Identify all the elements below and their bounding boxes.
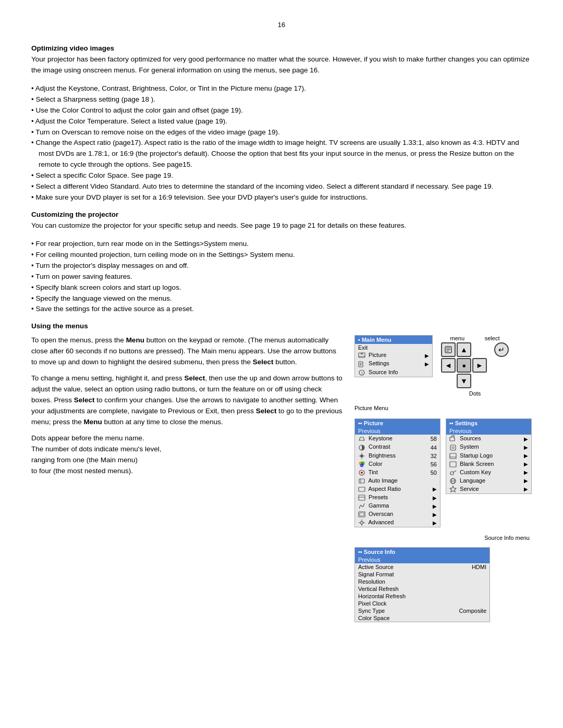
bullet-item: • Adjust the Keystone, Contrast, Brightn… xyxy=(31,83,532,94)
section-customizing-body: You can customize the projector for your… xyxy=(31,220,532,231)
source-info-item-previous: Previous xyxy=(355,556,489,563)
svg-rect-40 xyxy=(450,445,456,450)
source-info-item-active-source: Active Source HDMI xyxy=(355,563,489,571)
svg-rect-44 xyxy=(450,462,456,467)
picture-settings-menus: •• Picture Previous Keystone 58 xyxy=(354,418,532,527)
settings-menu-item-startup-logo: Startup Logo ▶ xyxy=(446,452,531,460)
settings-menu-item-service: Service ▶ xyxy=(446,485,531,493)
bullet-item: • Make sure your DVD player is set for a… xyxy=(31,192,532,203)
bullet-item: • Select a Sharpness setting (page 18 ). xyxy=(31,94,532,105)
svg-rect-24 xyxy=(359,479,364,483)
svg-text:i: i xyxy=(362,371,363,375)
using-menus-para2: To change a menu setting, highlight it, … xyxy=(31,373,344,428)
menu-diagrams: • Main Menu Exit Picture ▶ xyxy=(354,335,532,622)
source-info-item-pixel-clock: Pixel Clock xyxy=(355,600,489,607)
picture-menu-item-aspect-ratio: Aspect Ratio ▶ xyxy=(355,485,440,493)
bullet-item: • Specify the language viewed on the men… xyxy=(31,293,532,304)
main-menu-item-picture: Picture ▶ xyxy=(355,351,432,360)
section-optimizing-body: Your projector has been factory optimize… xyxy=(31,54,532,76)
page-number: 16 xyxy=(31,21,532,29)
nav-left-button[interactable]: ◄ xyxy=(441,358,456,373)
menu-label: menu xyxy=(450,335,465,341)
main-menu-item-settings: Settings ▶ xyxy=(355,360,432,368)
select-label: select xyxy=(485,335,500,341)
using-menus-text: To open the menus, press the Menu button… xyxy=(31,335,344,622)
settings-menu-item-custom-key: Custom Key ▶ xyxy=(446,468,531,477)
bullet-item: • Adjust the Color Temperature. Select a… xyxy=(31,116,532,127)
picture-menu-item-tint: Tint 50 xyxy=(355,468,440,477)
bullet-item: • Turn on power saving features. xyxy=(31,272,532,282)
source-info-menu-label: Source Info menu xyxy=(354,535,532,541)
using-menus-para3: Dots appear before the menu name. The nu… xyxy=(31,433,344,477)
picture-menu-item-brightness: Brightness 32 xyxy=(355,452,440,460)
section-using-menus-title: Using the menus xyxy=(31,322,532,330)
source-info-menu-header: •• Source Info xyxy=(355,548,489,556)
select-button[interactable]: ↵ xyxy=(494,342,509,357)
dots-label: Dots xyxy=(469,390,481,397)
svg-point-14 xyxy=(360,454,363,458)
bullet-item: • For ceiling mounted projection, turn c… xyxy=(31,250,532,261)
main-menu-header: • Main Menu xyxy=(355,336,432,344)
svg-rect-26 xyxy=(359,487,365,491)
svg-point-23 xyxy=(361,472,363,474)
picture-menu-item-color: Color 56 xyxy=(355,460,440,468)
main-menu-item-exit: Exit xyxy=(355,344,432,351)
svg-point-41 xyxy=(452,447,454,449)
settings-menu: •• Settings Previous Sources ▶ xyxy=(446,418,532,494)
nav-down-button[interactable]: ▼ xyxy=(457,374,471,388)
svg-point-21 xyxy=(360,463,364,467)
settings-menu-item-blank-screen: Blank Screen ▶ xyxy=(446,460,531,468)
picture-menu-item-contrast: Contrast 44 xyxy=(355,443,440,451)
picture-menu-item-keystone: Keystone 58 xyxy=(355,435,440,443)
svg-line-46 xyxy=(454,471,457,473)
picture-menu-item-presets: Presets ▶ xyxy=(355,493,440,502)
svg-point-45 xyxy=(450,472,454,475)
picture-menu-item-previous: Previous xyxy=(355,427,440,435)
svg-rect-36 xyxy=(450,437,455,441)
source-info-menu: •• Source Info Previous Active Source HD… xyxy=(354,547,490,622)
main-menu: • Main Menu Exit Picture ▶ xyxy=(354,335,433,377)
section-optimizing-title: Optimizing video images xyxy=(31,44,532,52)
nav-center-button[interactable]: ■ xyxy=(457,358,471,373)
main-menu-screenshot: • Main Menu Exit Picture ▶ xyxy=(354,335,433,377)
bullet-item: • Specify blank screen colors and start … xyxy=(31,282,532,293)
source-info-item-sync-type: Sync Type Composite xyxy=(355,607,489,614)
section-customizing: Customizing the projector You can custom… xyxy=(31,211,532,315)
section-optimizing: Optimizing video images Your projector h… xyxy=(31,44,532,203)
bullet-item: • Use the Color Control to adjust the co… xyxy=(31,105,532,116)
optimizing-bullets: • Adjust the Keystone, Contrast, Brightn… xyxy=(31,83,532,203)
source-info-item-vertical-refresh: Vertical Refresh xyxy=(355,585,489,593)
nav-buttons-diagram: menu select ▲ xyxy=(441,335,509,397)
bullet-item: • Select a different Video Standard. Aut… xyxy=(31,181,532,192)
settings-menu-item-system: System ▶ xyxy=(446,443,531,451)
bullet-item: • Save the settings for the active sourc… xyxy=(31,304,532,315)
nav-right-button[interactable]: ► xyxy=(472,358,487,373)
picture-menu: •• Picture Previous Keystone 58 xyxy=(354,418,440,527)
picture-menu-label: Picture Menu xyxy=(354,405,388,411)
bullet-item: • For rear projection, turn rear mode on… xyxy=(31,239,532,250)
bullet-item: • Turn on Overscan to remove noise on th… xyxy=(31,127,532,138)
settings-menu-item-language: Language ▶ xyxy=(446,477,531,485)
section-using-menus: Using the menus To open the menus, press… xyxy=(31,322,532,622)
svg-rect-30 xyxy=(360,513,364,516)
picture-menu-item-overscan: Overscan ▶ xyxy=(355,510,440,519)
source-info-item-color-space: Color Space xyxy=(355,614,489,622)
nav-up-button[interactable]: ▲ xyxy=(457,342,471,357)
bullet-item: • Turn the projector's display messages … xyxy=(31,261,532,272)
section-customizing-title: Customizing the projector xyxy=(31,211,532,218)
svg-rect-27 xyxy=(359,495,365,500)
picture-menu-item-gamma: Gamma ▶ xyxy=(355,502,440,510)
customizing-bullets: • For rear projection, turn rear mode on… xyxy=(31,239,532,315)
source-info-item-resolution: Resolution xyxy=(355,578,489,585)
main-menu-item-source-info: i Source Info xyxy=(355,368,432,377)
source-info-item-signal-format: Signal Format xyxy=(355,571,489,578)
settings-menu-item-sources: Sources ▶ xyxy=(446,435,531,443)
svg-point-31 xyxy=(361,522,363,524)
svg-rect-42 xyxy=(450,453,456,459)
settings-menu-header: •• Settings xyxy=(446,419,531,427)
picture-menu-item-advanced: Advanced ▶ xyxy=(355,519,440,527)
picture-menu-item-auto-image: Auto Image xyxy=(355,477,440,485)
menu-button[interactable] xyxy=(441,342,456,357)
bullet-item: • Select a specific Color Space. See pag… xyxy=(31,170,532,181)
bullet-item: • Change the Aspect ratio (page17). Aspe… xyxy=(31,138,532,170)
